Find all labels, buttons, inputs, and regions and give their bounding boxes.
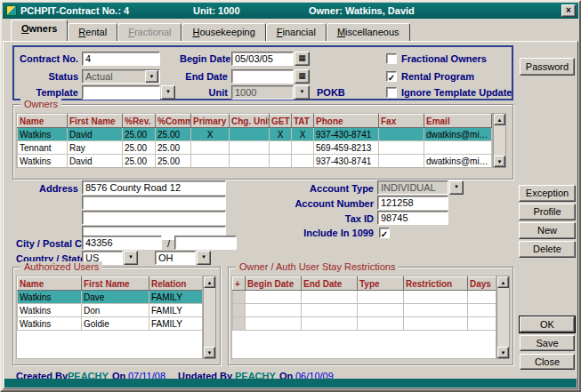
table-cell[interactable]: 25.00 xyxy=(156,155,191,168)
tax-id-field[interactable]: 98745 xyxy=(377,211,448,225)
column-header[interactable]: %Rev. xyxy=(123,115,156,128)
column-header[interactable]: Name xyxy=(18,115,68,128)
table-cell[interactable]: Watkins xyxy=(18,155,68,168)
table-cell[interactable]: 25.00 xyxy=(123,141,156,155)
password-button[interactable]: Password xyxy=(520,58,575,76)
table-cell[interactable]: Goldie xyxy=(82,317,149,331)
table-cell[interactable] xyxy=(358,317,404,331)
column-header[interactable]: First Name xyxy=(82,277,149,291)
save-button[interactable]: Save xyxy=(520,335,575,351)
authorized-users-table[interactable]: NameFirst NameRelationWatkinsDaveFAMILYW… xyxy=(17,276,203,331)
table-cell[interactable] xyxy=(302,304,358,317)
end-date-calendar-icon[interactable]: ▦ xyxy=(295,69,310,84)
table-cell[interactable] xyxy=(233,291,246,304)
table-cell[interactable] xyxy=(233,317,246,331)
table-cell[interactable] xyxy=(404,304,468,317)
unit-combobox[interactable]: 1000 xyxy=(231,85,294,100)
close-icon[interactable]: × xyxy=(561,4,576,17)
include-1099-checkbox[interactable]: ✓ xyxy=(379,228,390,238)
new-button[interactable]: New xyxy=(519,222,576,239)
table-cell[interactable]: 25.00 xyxy=(156,141,191,155)
table-row[interactable]: WatkinsGoldieFAMILY xyxy=(18,317,203,331)
unit-dropdown-icon[interactable]: ▼ xyxy=(295,85,310,100)
fractional-owners-checkbox[interactable] xyxy=(386,53,397,64)
begin-date-field[interactable]: 05/03/05 xyxy=(231,52,294,66)
column-header[interactable]: Begin Date xyxy=(246,277,302,291)
table-cell[interactable] xyxy=(270,155,292,168)
owners-table[interactable]: NameFirst Name%Rev.%CommPrimaryChg. Unit… xyxy=(17,114,492,168)
scroll-down-icon[interactable]: ▼ xyxy=(204,347,215,358)
table-cell[interactable]: Watkins xyxy=(18,304,82,317)
table-cell[interactable] xyxy=(302,291,358,304)
table-cell[interactable]: X xyxy=(191,128,230,141)
table-cell[interactable] xyxy=(358,304,404,317)
table-cell[interactable] xyxy=(468,291,496,304)
table-cell[interactable]: FAMILY xyxy=(149,291,203,304)
table-cell[interactable] xyxy=(246,291,302,304)
table-cell[interactable] xyxy=(379,155,424,168)
stay-restrictions-scrollbar[interactable]: ▲ ▼ xyxy=(496,276,510,359)
title-bar[interactable]: PCHPIT-Contract No.: 4 Unit: 1000 Owner:… xyxy=(3,3,578,19)
scroll-up-icon[interactable]: ▲ xyxy=(497,276,509,288)
table-cell[interactable]: Tennant xyxy=(18,141,68,155)
table-cell[interactable]: 25.00 xyxy=(156,128,191,141)
table-cell[interactable]: 25.00 xyxy=(123,128,156,141)
column-header[interactable]: End Date xyxy=(302,277,358,291)
table-row[interactable]: WatkinsDavid25.0025.00937-430-8741dwatki… xyxy=(18,155,492,168)
column-header[interactable]: Primary xyxy=(191,115,230,128)
table-cell[interactable]: dwatkins@micros.com xyxy=(424,128,492,141)
account-number-field[interactable]: 121258 xyxy=(377,196,448,210)
table-cell[interactable]: Watkins xyxy=(18,291,82,304)
scroll-down-icon[interactable]: ▼ xyxy=(497,347,509,358)
table-cell[interactable]: 937-430-8741 xyxy=(314,155,379,168)
column-header[interactable]: Restriction xyxy=(404,277,468,291)
table-cell[interactable]: 937-430-8741 xyxy=(314,128,379,141)
column-header[interactable]: Fax xyxy=(379,115,424,128)
table-cell[interactable] xyxy=(230,155,270,168)
table-cell[interactable] xyxy=(230,141,270,155)
table-cell[interactable] xyxy=(292,141,314,155)
table-cell[interactable] xyxy=(191,141,230,155)
table-cell[interactable] xyxy=(191,155,230,168)
table-cell[interactable] xyxy=(358,291,404,304)
table-cell[interactable] xyxy=(424,141,492,155)
table-cell[interactable] xyxy=(404,291,468,304)
table-row[interactable]: TennantRay25.0025.00569-459-8213 xyxy=(18,141,492,155)
table-cell[interactable] xyxy=(246,304,302,317)
ok-button[interactable]: OK xyxy=(520,316,575,332)
address-line-2[interactable] xyxy=(82,196,226,210)
account-type-dropdown-icon[interactable]: ▼ xyxy=(449,180,464,195)
table-row[interactable]: WatkinsDonFAMILY xyxy=(18,304,203,317)
begin-date-calendar-icon[interactable]: ▦ xyxy=(295,52,310,66)
table-cell[interactable]: FAMILY xyxy=(149,304,203,317)
table-cell[interactable]: Watkins xyxy=(18,128,68,141)
table-cell[interactable] xyxy=(270,141,292,155)
tab-miscellaneous[interactable]: Miscellaneous xyxy=(327,23,410,41)
state-combobox[interactable]: OH xyxy=(155,251,196,265)
tab-financial[interactable]: Financial xyxy=(266,23,327,41)
column-header[interactable]: GET xyxy=(270,115,292,128)
table-cell[interactable]: dwatkins@micros.com xyxy=(424,155,492,168)
table-cell[interactable] xyxy=(302,317,358,331)
table-cell[interactable] xyxy=(230,128,270,141)
column-header[interactable]: Email xyxy=(424,115,492,128)
country-dropdown-icon[interactable]: ▼ xyxy=(124,251,138,265)
table-cell[interactable]: Watkins xyxy=(18,317,82,331)
column-header[interactable]: Name xyxy=(18,277,82,291)
table-row[interactable]: WatkinsDavid25.0025.00XXX937-430-8741dwa… xyxy=(18,128,492,141)
profile-button[interactable]: Profile xyxy=(519,204,576,220)
exception-button[interactable]: Exception xyxy=(519,185,576,202)
table-cell[interactable]: David xyxy=(68,128,123,141)
close-button[interactable]: Close xyxy=(520,354,575,370)
column-header[interactable]: Relation xyxy=(149,277,203,291)
account-type-combobox[interactable]: INDIVIDUAL xyxy=(377,180,448,195)
authorized-users-scrollbar[interactable]: ▲ ▼ xyxy=(203,276,216,359)
table-cell[interactable] xyxy=(468,317,496,331)
table-cell[interactable]: X xyxy=(292,128,314,141)
ignore-template-checkbox[interactable] xyxy=(386,87,397,98)
city-field[interactable]: 43356 xyxy=(82,236,162,250)
table-cell[interactable] xyxy=(233,304,246,317)
address-line-1[interactable]: 8576 County Road 12 xyxy=(82,180,226,195)
table-cell[interactable]: FAMILY xyxy=(149,317,203,331)
table-cell[interactable] xyxy=(468,304,496,317)
